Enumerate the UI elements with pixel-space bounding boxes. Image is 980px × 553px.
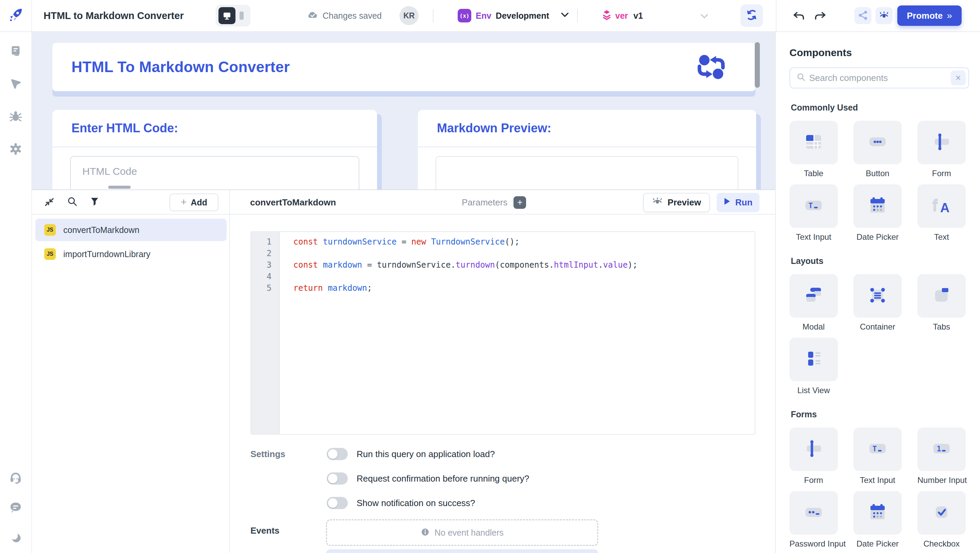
share-button[interactable]	[854, 7, 872, 24]
component-tile-form[interactable]: Form	[789, 427, 838, 485]
toggle-knob	[328, 449, 337, 459]
topbar-divider	[577, 9, 578, 22]
chat-feedback-icon[interactable]	[9, 501, 22, 514]
code-line: const markdown = turndownService.turndow…	[293, 259, 755, 271]
line-number: 5	[251, 282, 279, 294]
share-icon	[858, 10, 868, 21]
components-panel: Components × Commonly Used Table Button	[775, 32, 980, 553]
mobile-mode-icon[interactable]	[239, 11, 244, 21]
desktop-mode-icon[interactable]	[218, 7, 235, 24]
component-tile-tabs[interactable]: Tabs	[917, 274, 966, 332]
add-parameter-button[interactable]: +	[514, 196, 526, 209]
component-tile-modal[interactable]: Modal	[789, 274, 838, 332]
topbar-right-zone: Promote »	[776, 0, 980, 31]
redo-button[interactable]	[814, 10, 827, 21]
run-label: Run	[735, 197, 753, 208]
app-root: HTML to Markdown Converter Changes saved…	[0, 0, 980, 553]
version-selector[interactable]: ver v1	[601, 0, 643, 31]
code-editor[interactable]: 12345 const turndownService = new Turndo…	[250, 231, 756, 435]
query-list-item-convertToMarkdown[interactable]: JS convertToMarkdown	[35, 219, 227, 241]
parameters-group: Parameters +	[462, 190, 526, 215]
play-icon	[724, 197, 730, 208]
component-label: Form	[917, 169, 966, 178]
collapse-panel-button[interactable]	[43, 196, 55, 209]
component-label: Text Input	[853, 475, 902, 485]
code-lines[interactable]: const turndownService = new TurndownServ…	[280, 232, 755, 434]
list-view-icon	[803, 348, 824, 371]
topbar-divider	[433, 9, 434, 22]
html-panel-heading: Enter HTML Code:	[52, 110, 377, 147]
component-tile-table[interactable]: Table	[789, 121, 838, 178]
header-widget[interactable]: HTML To Markdown Converter	[52, 43, 756, 91]
text-input-icon: T	[867, 438, 888, 461]
canvas-app-title: HTML To Markdown Converter	[72, 59, 290, 76]
component-label: Number Input	[917, 475, 966, 485]
next-section-bar	[326, 549, 598, 553]
support-headset-icon[interactable]	[9, 471, 22, 484]
section-title: Forms	[791, 410, 980, 420]
component-tile-container[interactable]: Container	[853, 274, 902, 332]
search-queries-button[interactable]	[67, 196, 78, 208]
component-tile-text-input[interactable]: T Text Input	[853, 427, 902, 485]
env-value: Development	[496, 11, 549, 21]
component-tile-checkbox[interactable]: Checkbox	[917, 491, 966, 548]
component-tile-form[interactable]: Form	[917, 121, 966, 178]
component-tile-list-view[interactable]: List View	[789, 338, 838, 395]
preview-label: Preview	[668, 197, 701, 208]
promote-button[interactable]: Promote »	[897, 5, 962, 26]
eye-icon	[879, 11, 889, 21]
component-tile-text-input[interactable]: T Text Input	[789, 184, 838, 242]
svg-text:1: 1	[937, 445, 941, 453]
canvas-vertical-scrollbar[interactable]	[755, 42, 760, 88]
component-label: Date Picker	[853, 232, 902, 242]
code-line	[293, 271, 755, 282]
component-tile-button[interactable]: Button	[853, 121, 902, 178]
search-icon	[796, 72, 806, 83]
component-search-input[interactable]	[809, 73, 947, 83]
navigate-icon[interactable]	[9, 77, 22, 91]
dark-mode-moon-icon[interactable]	[9, 531, 22, 544]
chevron-down-icon	[561, 13, 569, 19]
device-mode-toggle[interactable]	[216, 5, 250, 27]
container-icon	[867, 284, 888, 307]
pages-icon[interactable]	[9, 44, 22, 58]
component-tile-number-input[interactable]: 1 Number Input	[917, 427, 966, 485]
toggle-request-confirmation-before-ru[interactable]	[327, 472, 348, 485]
version-value: v1	[633, 11, 643, 21]
canvas-horizontal-scrollbar[interactable]	[108, 186, 130, 189]
app-logo[interactable]	[0, 0, 32, 31]
debug-bug-icon[interactable]	[9, 110, 22, 123]
toggle-show-notification-on-success?[interactable]	[327, 497, 348, 509]
line-number: 2	[251, 248, 279, 259]
component-tile-text[interactable]: fA Text	[917, 184, 966, 242]
avatar[interactable]: KR	[399, 6, 418, 25]
preview-query-button[interactable]: Preview	[643, 193, 710, 212]
environment-selector[interactable]: (x) Env Development	[458, 0, 569, 31]
form-icon	[803, 438, 824, 461]
sync-button[interactable]	[740, 5, 763, 27]
preview-app-button[interactable]	[875, 7, 892, 24]
chevron-down-icon[interactable]	[700, 14, 708, 20]
component-tile-password-input[interactable]: Password Input	[789, 491, 838, 548]
component-tile-date-picker[interactable]: Date Picker	[853, 491, 902, 548]
setting-label: Run this query on application load?	[356, 449, 495, 459]
toggle-run-this-query-on-application-[interactable]	[327, 448, 348, 460]
section-title: Commonly Used	[791, 103, 980, 113]
settings-gear-icon[interactable]	[9, 142, 22, 156]
component-label: Form	[789, 475, 838, 485]
setting-label: Show notification on success?	[356, 498, 475, 509]
code-line: const turndownService = new TurndownServ…	[293, 236, 755, 248]
query-list-item-importTurndownLibrary[interactable]: JS importTurndownLibrary	[35, 243, 227, 265]
preview-panel-heading: Markdown Preview:	[418, 110, 756, 147]
events-empty-box: No event handlers	[326, 519, 598, 546]
setting-label: Request confirmation before running quer…	[356, 474, 529, 484]
date-picker-icon	[867, 194, 888, 218]
promote-label: Promote	[907, 11, 943, 21]
version-label: ver	[615, 11, 628, 21]
clear-search-button[interactable]: ×	[951, 70, 966, 85]
filter-icon[interactable]	[89, 196, 100, 208]
add-query-button[interactable]: + Add	[169, 194, 218, 211]
component-tile-date-picker[interactable]: Date Picker	[853, 184, 902, 242]
undo-button[interactable]	[792, 10, 805, 21]
run-query-button[interactable]: Run	[717, 193, 759, 212]
